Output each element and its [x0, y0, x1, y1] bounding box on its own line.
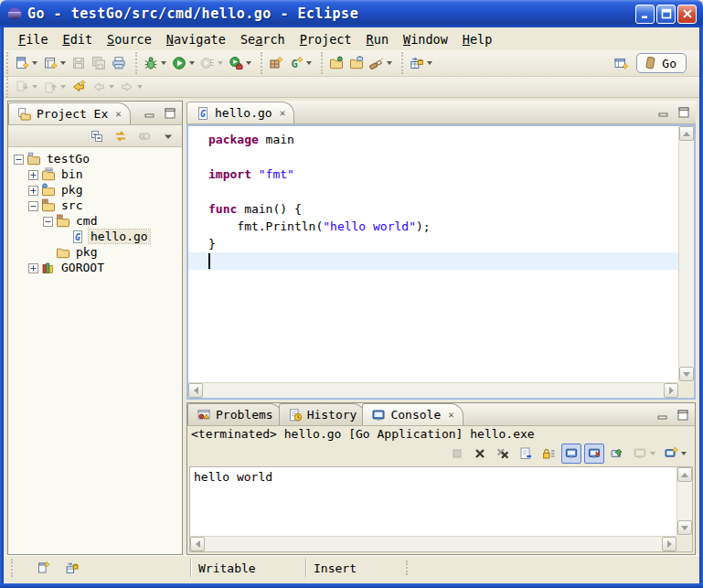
export-folder-button[interactable] [346, 53, 367, 73]
scroll-lock-button[interactable] [538, 444, 559, 464]
dropdown-caret-icon[interactable] [306, 61, 312, 65]
menu-file[interactable]: File [11, 29, 56, 49]
new-wizard-button[interactable] [12, 53, 40, 73]
code-editor[interactable]: package mainimport "fmt"func main() { fm… [186, 124, 696, 400]
dropdown-caret-icon[interactable] [189, 61, 195, 65]
tree-expander-plus-icon[interactable] [28, 185, 38, 195]
maximize-button[interactable] [656, 5, 676, 24]
open-console-button[interactable] [661, 444, 689, 464]
new-package-button[interactable] [266, 53, 286, 73]
minimize-button[interactable] [635, 5, 655, 24]
link-editor-button[interactable] [111, 126, 131, 146]
debug-button[interactable] [141, 53, 169, 73]
trim-sync-button[interactable] [62, 558, 82, 578]
dropdown-caret-icon[interactable] [650, 452, 655, 455]
search-button[interactable] [367, 53, 395, 73]
code-line-6[interactable]: fmt.Println("hello world"); [188, 218, 678, 235]
dropdown-caret-icon[interactable] [109, 85, 114, 89]
scroll-right-button[interactable] [664, 383, 678, 398]
scroll-right-button[interactable] [662, 537, 676, 551]
tree-item-pkg[interactable]: pkg [8, 244, 182, 260]
scroll-up-button[interactable] [679, 126, 694, 141]
pin-console-button[interactable] [607, 444, 627, 464]
new-file-button[interactable] [40, 53, 69, 73]
code-area[interactable]: package mainimport "fmt"func main() { fm… [188, 126, 678, 382]
dropdown-caret-icon[interactable] [218, 61, 223, 65]
tree-expander-plus-icon[interactable] [28, 262, 38, 273]
title-bar[interactable]: Go - testGo/src/cmd/hello.go - Eclipse [0, 0, 703, 27]
scroll-left-button[interactable] [190, 537, 205, 551]
tree-item-testgo[interactable]: testGo [8, 151, 182, 166]
maximize-panel-button[interactable] [162, 106, 178, 121]
menu-run[interactable]: Run [359, 29, 396, 49]
open-perspective-button[interactable] [611, 53, 631, 73]
collapse-all-button[interactable] [87, 126, 107, 146]
tree-item-src[interactable]: src [8, 198, 182, 213]
menu-navigate[interactable]: Navigate [159, 29, 233, 49]
dropdown-caret-icon[interactable] [246, 61, 251, 65]
menu-search[interactable]: Search [233, 29, 293, 49]
last-edit-button[interactable] [69, 77, 89, 97]
tab-project-explorer[interactable]: Project Ex ✕ [8, 102, 131, 124]
dropdown-caret-icon[interactable] [387, 61, 392, 65]
tree-item-goroot[interactable]: GOROOT [8, 260, 182, 275]
code-line-8[interactable] [188, 252, 678, 270]
tab-problems[interactable]: Problems [187, 403, 282, 425]
code-line-3[interactable]: import "fmt" [188, 166, 678, 183]
minimize-editor-button[interactable] [655, 105, 672, 120]
scroll-up-button[interactable] [677, 467, 692, 482]
run-button[interactable] [169, 53, 197, 73]
maximize-console-button[interactable] [675, 408, 691, 422]
console-horizontal-scrollbar[interactable] [190, 536, 676, 551]
dropdown-caret-icon[interactable] [32, 85, 37, 89]
editor-vertical-scrollbar[interactable] [678, 126, 694, 382]
view-menu-button[interactable] [158, 126, 178, 146]
close-tab-icon[interactable]: ✕ [448, 409, 454, 421]
remove-launch-button[interactable] [470, 444, 490, 464]
tree-item-bin[interactable]: 010bin [8, 166, 182, 182]
tree-expander-minus-icon[interactable] [28, 200, 38, 210]
close-button[interactable] [677, 5, 697, 24]
tree-expander-plus-icon[interactable] [28, 169, 38, 179]
new-go-element-button[interactable]: G [286, 53, 314, 73]
dropdown-caret-icon[interactable] [60, 85, 66, 89]
console-output-area[interactable]: hello world [189, 466, 693, 552]
minimize-panel-button[interactable] [142, 106, 158, 121]
scroll-down-button[interactable] [679, 367, 694, 381]
tab-hello-go[interactable]: G hello.go ✕ [186, 102, 294, 123]
go-perspective-button[interactable]: Go [636, 53, 687, 73]
external-tools-button[interactable] [226, 53, 254, 73]
scroll-down-button[interactable] [677, 520, 692, 535]
menu-source[interactable]: Source [100, 29, 159, 49]
dropdown-caret-icon[interactable] [60, 61, 66, 65]
editor-horizontal-scrollbar[interactable] [188, 382, 678, 398]
code-line-2[interactable] [188, 148, 678, 166]
menu-edit[interactable]: Edit [56, 29, 101, 49]
remove-all-launches-button[interactable] [493, 444, 513, 464]
tree-expander-minus-icon[interactable] [14, 154, 24, 164]
tree-item-hello-go[interactable]: Ghello.go [8, 229, 182, 244]
close-editor-tab-icon[interactable]: ✕ [280, 107, 286, 119]
tree-item-pkg[interactable]: pkg [8, 182, 182, 198]
table-sync-button[interactable] [407, 53, 435, 73]
maximize-editor-button[interactable] [676, 105, 692, 120]
menu-help[interactable]: Help [455, 29, 500, 49]
dropdown-caret-icon[interactable] [427, 61, 432, 65]
import-folder-button[interactable] [326, 53, 346, 73]
dropdown-caret-icon[interactable] [161, 61, 166, 65]
console-vertical-scrollbar[interactable] [676, 467, 692, 536]
tab-console[interactable]: Console✕ [362, 403, 463, 425]
tree-expander-minus-icon[interactable] [43, 216, 53, 226]
menu-project[interactable]: Project [293, 29, 359, 49]
dropdown-caret-icon[interactable] [137, 85, 143, 89]
fast-view-button[interactable] [33, 558, 53, 578]
clear-console-button[interactable] [516, 444, 536, 464]
code-line-7[interactable]: } [188, 235, 678, 252]
tab-history[interactable]: History [279, 403, 367, 425]
show-stderr-button[interactable] [584, 444, 604, 464]
dropdown-caret-icon[interactable] [32, 61, 37, 65]
code-line-5[interactable]: func main() { [188, 200, 678, 218]
scroll-left-button[interactable] [188, 383, 203, 398]
code-line-1[interactable]: package main [188, 131, 678, 148]
code-line-4[interactable] [188, 183, 678, 200]
